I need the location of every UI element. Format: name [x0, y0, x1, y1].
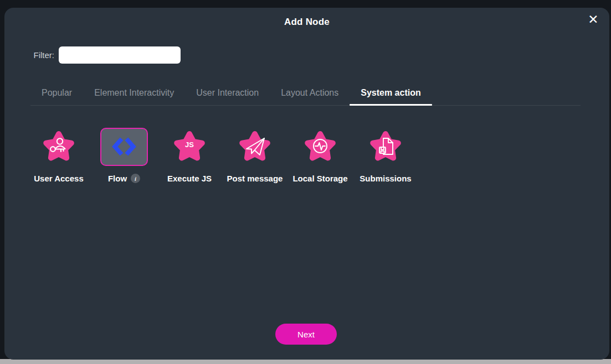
dialog-title: Add Node	[4, 17, 609, 28]
tab-element-interactivity[interactable]: Element Interactivity	[83, 83, 185, 105]
page-behind-strip	[0, 359, 611, 364]
js-star-icon: JS	[172, 126, 207, 167]
code-brackets-tile-icon	[100, 126, 148, 167]
node-label-row: Flow i	[108, 174, 140, 183]
node-flow[interactable]: Flow i	[91, 126, 157, 183]
tab-bar: Popular Element Interactivity User Inter…	[30, 83, 581, 106]
tab-layout-actions[interactable]: Layout Actions	[270, 83, 350, 105]
filter-label: Filter:	[32, 50, 54, 60]
next-button[interactable]: Next	[275, 324, 337, 345]
node-submissions[interactable]: Submissions	[353, 126, 418, 183]
node-label: Submissions	[360, 174, 411, 183]
node-local-storage[interactable]: Local Storage	[287, 126, 353, 183]
tab-popular[interactable]: Popular	[30, 83, 83, 105]
filter-input[interactable]	[59, 46, 181, 64]
tab-user-interaction[interactable]: User Interaction	[185, 83, 270, 105]
document-star-icon	[368, 126, 403, 167]
close-icon[interactable]: ✕	[585, 9, 602, 30]
node-label: Local Storage	[292, 174, 347, 183]
selected-node-tile	[100, 128, 148, 166]
info-icon[interactable]: i	[131, 174, 140, 183]
paper-plane-star-icon	[237, 126, 273, 167]
user-key-star-icon	[41, 126, 76, 167]
node-grid: User Access Flow i	[26, 126, 418, 183]
node-label: Execute JS	[167, 174, 212, 183]
add-node-dialog: Add Node ✕ Filter: Popular Element Inter…	[4, 8, 609, 360]
node-post-message[interactable]: Post message	[222, 126, 287, 183]
js-badge-text: JS	[185, 141, 194, 149]
tab-system-action[interactable]: System action	[350, 83, 432, 105]
node-label: Post message	[227, 174, 283, 183]
node-user-access[interactable]: User Access	[26, 126, 91, 183]
pulse-star-icon	[302, 126, 338, 167]
filter-row: Filter:	[32, 46, 181, 64]
node-execute-js[interactable]: JS Execute JS	[157, 126, 222, 183]
node-label: User Access	[34, 174, 84, 183]
node-label: Flow	[108, 174, 127, 183]
